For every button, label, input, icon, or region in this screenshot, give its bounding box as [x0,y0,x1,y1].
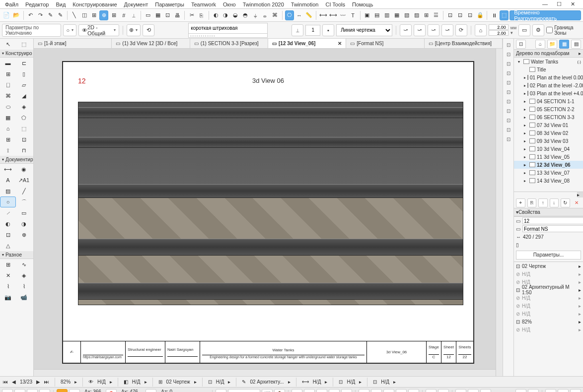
bb-z-icon[interactable]: ↕ [146,389,156,392]
bb-r2-icon[interactable]: ⊡ [528,389,539,392]
layer-select[interactable]: Линия чертежа [336,24,392,36]
rail-icon-2[interactable]: ⊡ [504,50,513,58]
tool-g-icon[interactable]: ⌘ [271,10,280,20]
group3-icon[interactable]: ▥ [382,10,391,20]
rect-icon[interactable]: ▭ [144,10,152,20]
tree-up-icon[interactable]: ↑ [538,198,548,207]
tool-d-icon[interactable]: ◓ [241,10,250,20]
vertical-scrollbar[interactable] [496,49,503,376]
arrow-tool-icon[interactable]: ↖ [0,39,16,50]
polyline-tool-icon[interactable]: ⟋ [0,207,16,218]
tree-root[interactable]: ▾Water Tanks(.) [514,58,583,65]
tree-down-icon[interactable]: ↓ [550,198,559,207]
close-icon[interactable]: ✕ [568,1,578,7]
undo-icon[interactable]: ↶ [26,10,35,20]
rail-icon-11[interactable]: ⊡ [504,135,513,143]
tree-item-11[interactable]: ▸12 3d View_06 [514,161,583,169]
rail-tool-icon[interactable]: ⌇ [0,281,16,292]
bb-cube-icon[interactable]: ⬜ [262,389,273,392]
tree-new-icon[interactable]: + [516,198,525,207]
tree-item-5[interactable]: ▸06 SECTION 3-3 [514,113,583,121]
bb-sun-icon[interactable]: ☀ [426,389,437,392]
beam-tool-icon[interactable]: ⎕ [0,79,16,90]
fill-tool-icon[interactable]: ▨ [0,186,16,196]
circle-tool-icon[interactable]: ○ [0,196,16,207]
tool-e-icon[interactable]: ⏚ [251,10,260,20]
opening-tool-icon[interactable]: ⊓ [16,145,32,156]
wave-icon[interactable]: 〰 [339,10,348,20]
tree-header[interactable]: Дерево по поднаборам▸ [514,50,583,58]
tab-3[interactable]: ▭[12 3d View_06]✕ [268,39,346,48]
line-end-button[interactable]: ⟂ [292,24,303,36]
suspend-icon[interactable]: ⏸ [490,10,499,20]
prop-format-input[interactable] [522,225,583,232]
figure-tool-icon[interactable]: ◈ [16,270,32,281]
bb-angle-icon[interactable]: ∠ [27,389,38,392]
bb-l5-icon[interactable]: ≣ [408,389,419,392]
table-icon[interactable]: ⊞ [422,10,431,20]
bb-r3-icon[interactable]: ✕ [545,389,556,392]
label-tool-icon[interactable]: ↗A1 [16,175,32,186]
arc3-button[interactable]: ⤻ [428,24,439,36]
bb-home2-icon[interactable]: ⌂ [69,389,80,392]
bb-t1-icon[interactable]: ⌂ [292,389,302,392]
slab-tool-icon[interactable]: ▱ [16,79,32,90]
group6-icon[interactable]: ▨ [412,10,421,20]
camera2-tool-icon[interactable]: 📹 [16,292,32,303]
menu-tm2020[interactable]: Twinmotion 2020 [240,1,287,7]
nav-last-icon[interactable]: ⏭ [44,379,49,385]
group-mode-icon[interactable]: ⬚ [500,10,509,20]
arc1-button[interactable]: ⤻ [400,24,412,36]
stroke-style-input[interactable] [188,23,268,34]
line-icon[interactable]: ╲ [70,10,79,20]
nav-mode-layout-icon[interactable]: ▦ [559,40,569,49]
menu-construct[interactable]: Конструирование [70,1,120,7]
rail-icon-5[interactable]: ⊡ [504,78,513,86]
layer-prop-3[interactable]: ⊡02 Архитектурный M 1:50▸ [514,286,583,294]
tree-refresh-icon[interactable]: ↻ [561,198,570,207]
menu-document[interactable]: Документ [121,1,151,7]
line-weight-input[interactable] [305,25,320,36]
layer-prop-0[interactable]: ⊡02 Чертеж▸ [514,262,583,270]
align-icon[interactable]: ◫ [80,10,89,20]
parameters-button[interactable]: Параметры... [516,251,581,260]
box-icon[interactable]: ▭ [518,24,530,36]
default-params-label[interactable]: Параметры по Умолчанию [2,24,61,37]
coord-x-input[interactable] [489,24,509,30]
menu-tm[interactable]: Twinmotion [288,1,322,7]
tool-a-icon[interactable]: ◐ [212,10,220,20]
tree-item-2[interactable]: ▸03 Plan at the level +4.00 [514,89,583,97]
rail-icon-9[interactable]: ⊡ [504,116,513,124]
prop-id-input[interactable] [522,217,583,224]
window-icon[interactable]: ⊡ [163,10,172,20]
rail-icon-3[interactable]: ⊡ [504,60,513,67]
menu-params[interactable]: Параметры [152,1,187,7]
bb-sun2-icon[interactable]: ☀ [438,389,449,392]
wall-tool-icon[interactable]: ▬ [0,58,16,68]
viewport[interactable]: 12 3d View 06 ✍︎ https://nairisargsyan.c… [34,49,503,376]
tree-item-4[interactable]: ▸05 SECTION 2-2 [514,105,583,113]
tab-5[interactable]: ▭[Центр Взаимодействия] [425,39,503,48]
lamp-tool-icon[interactable]: ⟟ [0,145,16,156]
detail-tool-icon[interactable]: ⊕ [16,229,32,240]
shape-circle-button[interactable]: ○ [63,24,76,36]
tool-c-icon[interactable]: ◒ [231,10,240,20]
window-tool-icon[interactable]: ⊞ [0,68,16,79]
bb-person-icon[interactable]: 🧍 [274,389,285,392]
add-point-button[interactable]: ⊕ [127,24,141,36]
horizontal-scrollbar[interactable] [34,369,496,376]
bb-t2-icon[interactable]: ⌂ [304,389,315,392]
tree-item-8[interactable]: ▸09 3d View 03 [514,137,583,145]
highlighter-icon[interactable]: ✎ [56,10,65,20]
tree-item-13[interactable]: ▸14 3d View_08 [514,177,583,185]
bb-home-icon[interactable]: ⌂ [57,389,68,392]
bb-layers-icon[interactable]: ≣ [359,389,369,392]
column-tool-icon[interactable]: ▯ [16,68,32,79]
tree-item-3[interactable]: ▸04 SECTION 1-1 [514,97,583,105]
tab-close-icon[interactable]: ✕ [338,41,342,46]
object-tool-icon[interactable]: ⌂ [0,123,16,134]
worksheet-tool-icon[interactable]: ⊡ [0,229,16,240]
nav-mode-home-icon[interactable]: ⌂ [535,40,545,49]
menu-file[interactable]: Файл [2,1,21,7]
rail-icon-7[interactable]: ⊡ [504,97,513,105]
